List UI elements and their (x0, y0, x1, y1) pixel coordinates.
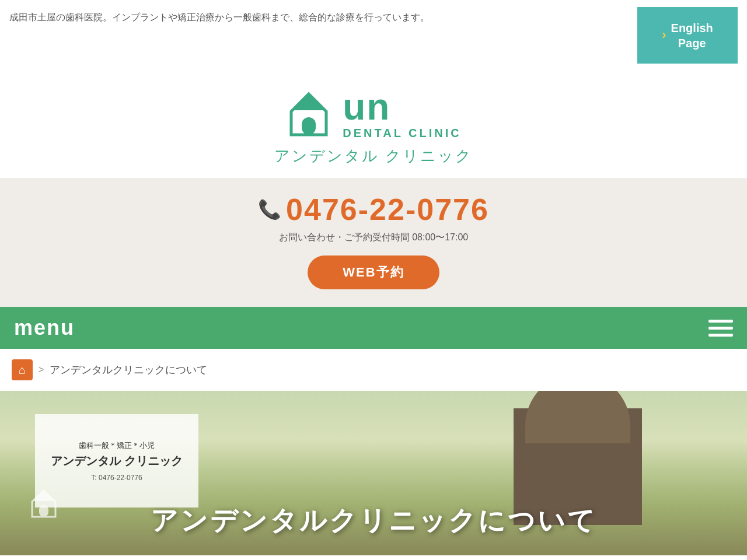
home-icon: ⌂ (19, 363, 26, 377)
chevron-icon: › (662, 27, 666, 44)
breadcrumb-separator: > (39, 365, 44, 375)
site-description: 成田市土屋の歯科医院。インプラントや矯正治療から一般歯科まで、総合的な診療を行っ… (9, 7, 628, 25)
svg-marker-1 (294, 94, 324, 110)
hamburger-menu-button[interactable] (708, 320, 733, 337)
hamburger-line-3 (708, 334, 733, 337)
logo-inner: un DENTAL CLINIC (285, 88, 461, 140)
logo-section: un DENTAL CLINIC アンデンタル クリニック (0, 71, 747, 178)
hero-clinic-sign: 歯科一般＊矯正＊小児 アンデンタル クリニック T: 0476-22-0776 (35, 414, 198, 508)
phone-icon: 📞 (258, 198, 281, 220)
hero-sign-line1: 歯科一般＊矯正＊小児 (79, 440, 155, 451)
svg-marker-5 (34, 491, 54, 501)
hamburger-line-2 (708, 327, 733, 330)
hero-sign-line2: アンデンタル クリニック (51, 453, 183, 469)
hero-section: 歯科一般＊矯正＊小児 アンデンタル クリニック T: 0476-22-0776 … (0, 391, 747, 555)
breadcrumb-current-page: アンデンタルクリニックについて (50, 363, 207, 377)
hamburger-line-1 (708, 320, 733, 323)
phone-number[interactable]: 0476-22-0776 (286, 192, 489, 227)
phone-hours: お問い合わせ・ご予約受付時間 08:00〜17:00 (0, 232, 747, 244)
menu-label: menu (14, 316, 75, 340)
logo-text-block: un DENTAL CLINIC (343, 88, 461, 140)
logo-icon (285, 91, 332, 138)
logo-un-text: un (343, 88, 461, 125)
menu-bar[interactable]: menu (0, 307, 747, 349)
phone-number-row: 📞 0476-22-0776 (0, 192, 747, 227)
english-page-button[interactable]: › English Page (637, 7, 738, 64)
home-button[interactable]: ⌂ (12, 359, 33, 380)
top-bar: 成田市土屋の歯科医院。インプラントや矯正治療から一般歯科まで、総合的な診療を行っ… (0, 0, 747, 71)
hero-overlay-text: アンデンタルクリニックについて (0, 503, 747, 539)
breadcrumb: ⌂ > アンデンタルクリニックについて (0, 349, 747, 391)
hero-sign-line3: T: 0476-22-0776 (91, 474, 142, 482)
logo-japanese-name: アンデンタル クリニック (274, 146, 473, 166)
english-page-label: English Page (671, 20, 713, 51)
logo-dental-text: DENTAL CLINIC (343, 127, 461, 140)
phone-section: 📞 0476-22-0776 お問い合わせ・ご予約受付時間 08:00〜17:0… (0, 178, 747, 307)
svg-rect-3 (304, 126, 313, 135)
web-reservation-button[interactable]: WEB予約 (308, 256, 439, 289)
